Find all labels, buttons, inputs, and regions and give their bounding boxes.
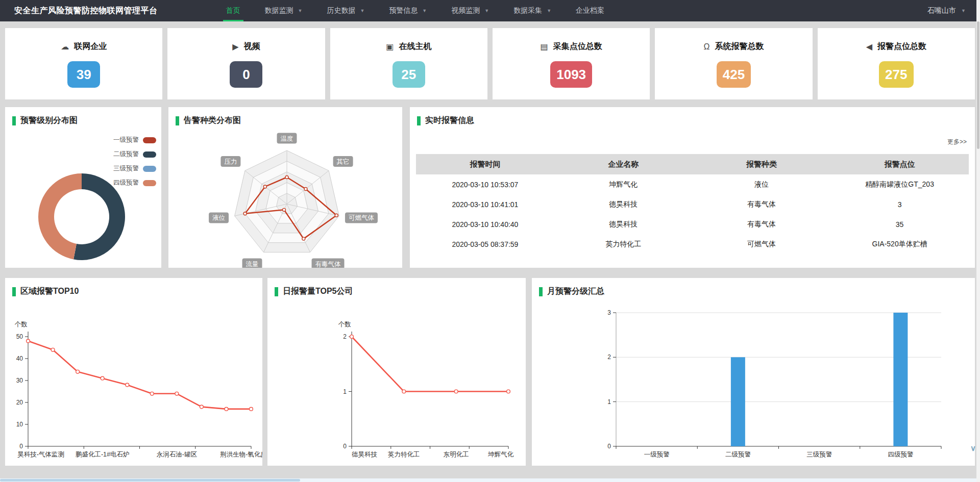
monitor-icon: ▣ [386,42,394,52]
radar-axis-label-可燃气体: 可燃气体 [345,212,378,223]
legend-item-三级预警[interactable]: 三级预警 [113,164,156,173]
scroll-down-chevron-icon[interactable]: ∨ [970,444,976,453]
chart-text: 昊科技-气体监测 [17,451,64,458]
line-data-point [27,339,30,343]
nav-item-企业档案[interactable]: 企业档案 [564,0,617,21]
realtime-alarm-panel: 实时报警信息 更多>> 报警时间企业名称报警种类报警点位 2020-03-10 … [410,107,975,268]
panel-title-text: 告警种类分布图 [184,115,241,126]
stat-card-value: 1093 [550,61,592,88]
column-header-报警种类: 报警种类 [693,160,831,169]
top-navbar: 安全生产风险预警防控物联网管理平台 首页数据监测▼历史数据▼预警信息▼视频监测▼… [0,0,980,21]
stat-card-head: ☁联网企业 [61,41,107,52]
chart-text: 德昊科技 [352,451,378,458]
table-row[interactable]: 2020-03-10 10:40:40德昊科技有毒气体35 [416,214,969,234]
video-icon: ▶ [232,42,238,52]
warning-level-pie-panel: 预警级别分布图 一级预警二级预警三级预警四级预警 [5,107,161,268]
panel-title-text: 预警级别分布图 [20,115,78,126]
table-cell: 2020-03-05 08:37:59 [416,240,554,248]
pie-legend: 一级预警二级预警三级预警四级预警 [113,136,156,187]
stat-card-head: ◀报警点位总数 [866,41,926,52]
legend-label: 三级预警 [113,164,139,173]
bar-四级预警 [893,313,908,446]
stat-card-value: 425 [717,61,751,88]
alarm-type-radar-panel: 告警种类分布图 温度其它可燃气体有毒气体流量液位压力 [168,107,402,268]
nav-item-label: 数据采集 [513,6,542,15]
bell-icon: Ω [703,42,709,52]
line-data-point [150,392,154,395]
table-cell: 35 [830,220,969,229]
radar-axis-label-压力: 压力 [220,156,240,167]
line-data-point [200,405,203,409]
line-data-point [250,408,253,411]
radar-data-point [302,237,305,240]
vertical-scrollbar-thumb[interactable] [977,21,979,149]
vertical-scrollbar[interactable]: ∨ [976,0,980,482]
chart-text: 2 [607,353,611,361]
chart-text: 0 [19,443,23,450]
stat-card-在线主机: ▣在线主机25 [330,28,487,99]
stat-card-label: 在线主机 [399,41,431,52]
table-row[interactable]: 2020-03-05 08:37:59英力特化工可燃气体GIA-520单体贮槽 [416,234,969,254]
line-series [28,341,251,409]
chart-text: 二级预警 [725,451,751,458]
chevron-down-icon: ▼ [422,8,427,13]
title-accent-bar [176,116,179,125]
more-link[interactable]: 更多>> [947,138,967,146]
region-selector[interactable]: 石嘴山市 ▼ [927,6,966,15]
legend-label: 一级预警 [113,136,139,144]
nav-item-数据监测[interactable]: 数据监测▼ [253,0,315,21]
line-data-point [76,370,80,373]
table-row[interactable]: 2020-03-10 10:41:01德昊科技有毒气体3 [416,194,969,214]
stat-card-label: 视频 [244,41,260,52]
table-cell: GIA-520单体贮槽 [830,240,969,249]
nav-item-label: 视频监测 [451,6,480,15]
legend-item-四级预警[interactable]: 四级预警 [113,179,156,187]
chart-text: 个数 [338,321,352,328]
chevron-down-icon: ▼ [961,8,966,13]
region-alarm-top10-panel: 区域报警TOP10 个数01020304050昊科技-气体监测鹏盛化工-1#电石… [5,278,262,466]
chart-text: 英力特化工 [388,451,420,458]
stat-card-head: Ω系统报警总数 [703,41,764,52]
column-header-企业名称: 企业名称 [554,160,693,169]
table-row[interactable]: 2020-03-10 10:53:07坤辉气化液位精醇南罐液位GT_203 [416,174,969,194]
legend-label: 四级预警 [113,179,139,187]
chart-text: 1 [343,388,347,395]
chart-text: 坤辉气化 [487,451,514,458]
nav-item-数据采集[interactable]: 数据采集▼ [501,0,564,21]
legend-swatch [143,180,156,186]
bar-二级预警 [731,357,745,446]
table-cell: 3 [830,200,969,209]
cloud-icon: ☁ [61,42,69,52]
nav-menu: 首页数据监测▼历史数据▼预警信息▼视频监测▼数据采集▼企业档案 [214,0,617,21]
legend-item-一级预警[interactable]: 一级预警 [113,136,156,144]
stat-card-head: ▣在线主机 [386,41,431,52]
chart-text: 有毒气体 [315,261,341,268]
chevron-down-icon: ▼ [547,8,551,13]
horizontal-scrollbar[interactable] [0,478,976,482]
chart-text: 荆洪生物-氧化反 [220,451,262,458]
chart-text: 东明化工 [444,451,469,458]
legend-item-二级预警[interactable]: 二级预警 [113,150,156,159]
chart-text: 永润石油-罐区 [157,451,198,458]
realtime-alarm-table: 报警时间企业名称报警种类报警点位 2020-03-10 10:53:07坤辉气化… [416,154,969,254]
radar-data-point [283,208,286,211]
horizontal-scrollbar-thumb[interactable] [0,479,300,481]
nav-item-历史数据[interactable]: 历史数据▼ [314,0,377,21]
chart-text: 0 [607,443,611,450]
stat-card-报警点位总数: ◀报警点位总数275 [818,28,975,99]
nav-item-首页[interactable]: 首页 [214,0,253,21]
chart-text: 个数 [15,321,28,328]
nav-item-视频监测[interactable]: 视频监测▼ [439,0,501,21]
nav-item-label: 预警信息 [389,6,418,15]
nav-item-label: 历史数据 [327,6,355,15]
region-label: 石嘴山市 [927,6,956,15]
stat-card-value: 0 [230,61,262,88]
legend-swatch [143,166,156,172]
chevron-down-icon: ▼ [484,8,489,13]
nav-item-预警信息[interactable]: 预警信息▼ [377,0,439,21]
radar-axis-label-液位: 液位 [209,212,229,223]
line-data-point [225,408,228,411]
stat-card-value: 39 [67,61,100,88]
radar-data-point [263,185,266,188]
chart-text: 40 [16,355,23,362]
